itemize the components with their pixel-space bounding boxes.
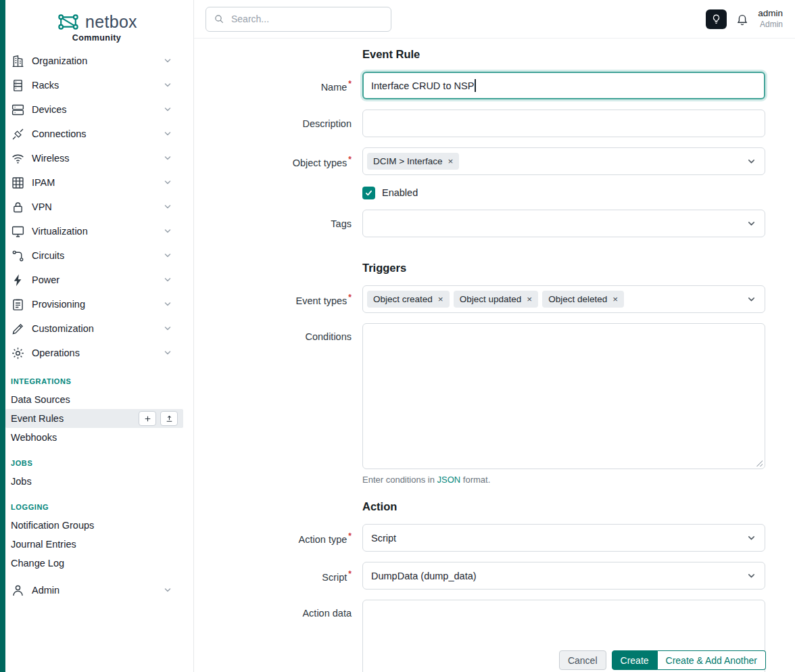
enabled-label: Enabled: [382, 187, 418, 198]
event-types-label: Event types*: [194, 293, 352, 306]
brand-edition: Community: [72, 33, 121, 43]
cancel-button[interactable]: Cancel: [559, 650, 606, 670]
selected-event-type-chip: Object deleted ×: [542, 291, 624, 308]
field-row-conditions: Conditions Enter conditions in JSON form…: [194, 323, 795, 485]
form-footer: Cancel Create Create & Add Another: [559, 650, 766, 670]
plus-icon: [143, 414, 152, 423]
chevron-down-icon: [162, 347, 173, 358]
event-rules-actions: [139, 411, 178, 426]
lightbulb-icon: [710, 14, 722, 25]
search-box: [206, 7, 391, 32]
search-input[interactable]: [230, 13, 383, 25]
sidebar-item-journal-entries[interactable]: Journal Entries: [0, 535, 193, 554]
script-value: DumpData (dump_data): [371, 571, 477, 581]
sidebar-item-label: Customization: [32, 323, 94, 334]
sidebar-item-provisioning[interactable]: Provisioning: [0, 292, 193, 316]
sidebar-item-jobs[interactable]: Jobs: [0, 472, 193, 491]
user-role: Admin: [760, 20, 783, 30]
remove-chip-icon[interactable]: ×: [448, 157, 453, 166]
netbox-app: netbox Community Organization Racks Devi…: [0, 0, 795, 672]
sidebar-item-customization[interactable]: Customization: [0, 316, 193, 341]
lock-icon: [11, 200, 25, 214]
enabled-checkbox[interactable]: [362, 187, 375, 199]
import-event-rule-button[interactable]: [160, 411, 178, 426]
notifications-button[interactable]: [736, 12, 749, 26]
sidebar-accent-strip: [0, 0, 5, 672]
sidebar-item-power[interactable]: Power: [0, 268, 193, 292]
sidebar-section-integrations: INTEGRATIONS: [11, 377, 183, 386]
sidebar-item-data-sources[interactable]: Data Sources: [0, 390, 193, 409]
sidebar-item-racks[interactable]: Racks: [0, 73, 193, 97]
sidebar-item-change-log[interactable]: Change Log: [0, 554, 193, 573]
chevron-down-icon: [162, 80, 173, 91]
sidebar-item-label: Event Rules: [11, 413, 64, 424]
sidebar-item-label: Jobs: [11, 476, 32, 487]
brand-logo[interactable]: netbox Community: [0, 0, 193, 49]
script-select[interactable]: DumpData (dump_data): [362, 562, 765, 590]
create-button[interactable]: Create: [612, 650, 658, 670]
sidebar-item-vpn[interactable]: VPN: [0, 195, 193, 219]
selected-object-type-chip: DCIM > Interface ×: [367, 153, 459, 170]
text-cursor: [475, 79, 476, 92]
action-type-value: Script: [371, 533, 396, 544]
conditions-label: Conditions: [194, 323, 352, 342]
tags-select[interactable]: [362, 210, 765, 237]
conditions-textarea[interactable]: [363, 324, 765, 469]
json-format-link[interactable]: JSON: [437, 475, 461, 485]
rack-icon: [11, 78, 25, 93]
field-row-action-type: Action type* Script: [194, 524, 795, 552]
sidebar-item-wireless[interactable]: Wireless: [0, 146, 193, 170]
sidebar-item-label: Provisioning: [32, 299, 85, 310]
sidebar-section-jobs: JOBS: [11, 458, 183, 468]
sidebar-item-connections[interactable]: Connections: [0, 122, 193, 146]
action-type-select[interactable]: Script: [362, 524, 765, 552]
sidebar-item-label: Operations: [32, 347, 80, 358]
event-types-select[interactable]: Object created × Object updated × Object…: [362, 285, 765, 313]
object-types-select[interactable]: DCIM > Interface ×: [362, 147, 765, 175]
field-row-tags: Tags: [194, 210, 795, 237]
description-label: Description: [194, 118, 352, 129]
sidebar-item-devices[interactable]: Devices: [0, 97, 193, 122]
sidebar-section-logging: LOGGING: [11, 502, 183, 512]
sidebar-item-label: Change Log: [11, 558, 64, 569]
sidebar-item-operations[interactable]: Operations: [0, 341, 193, 365]
sidebar-item-event-rules[interactable]: Event Rules: [5, 409, 183, 428]
sidebar-item-label: Virtualization: [32, 226, 88, 237]
user-menu[interactable]: admin Admin: [758, 8, 783, 30]
chevron-down-icon: [162, 250, 173, 261]
person-icon: [11, 583, 25, 598]
remove-chip-icon[interactable]: ×: [438, 295, 443, 304]
topbar: admin Admin: [194, 0, 795, 39]
add-event-rule-button[interactable]: [139, 411, 156, 426]
sidebar-item-admin[interactable]: Admin: [0, 578, 193, 602]
name-input[interactable]: Interface CRUD to NSP: [362, 72, 765, 99]
chevron-down-icon: [162, 55, 173, 66]
sidebar-item-notification-groups[interactable]: Notification Groups: [0, 516, 193, 535]
create-and-add-another-button[interactable]: Create & Add Another: [658, 650, 766, 670]
brand-name: netbox: [85, 12, 137, 32]
sidebar-item-label: Connections: [32, 128, 87, 139]
name-value: Interface CRUD to NSP: [371, 80, 474, 91]
cable-icon: [11, 127, 25, 141]
clipboard-icon: [11, 297, 25, 312]
chevron-down-icon: [162, 299, 173, 310]
tags-label: Tags: [194, 218, 352, 229]
sidebar-item-webhooks[interactable]: Webhooks: [0, 428, 193, 447]
sidebar-item-ipam[interactable]: IPAM: [0, 170, 193, 195]
building-icon: [11, 54, 25, 68]
chevron-down-icon: [746, 155, 757, 167]
sidebar-item-circuits[interactable]: Circuits: [0, 243, 193, 268]
bell-icon: [736, 12, 749, 26]
wifi-icon: [11, 151, 25, 166]
remove-chip-icon[interactable]: ×: [612, 295, 618, 304]
description-input[interactable]: [371, 118, 756, 130]
chevron-down-icon: [162, 323, 173, 334]
chevron-down-icon: [746, 570, 757, 581]
sidebar-item-organization[interactable]: Organization: [0, 49, 193, 73]
chevron-down-icon: [162, 153, 173, 164]
theme-toggle-button[interactable]: [706, 9, 727, 29]
sidebar-item-virtualization[interactable]: Virtualization: [0, 219, 193, 243]
remove-chip-icon[interactable]: ×: [527, 295, 532, 304]
sidebar-item-label: Power: [32, 274, 59, 285]
page-title: Event Rule: [362, 47, 795, 61]
